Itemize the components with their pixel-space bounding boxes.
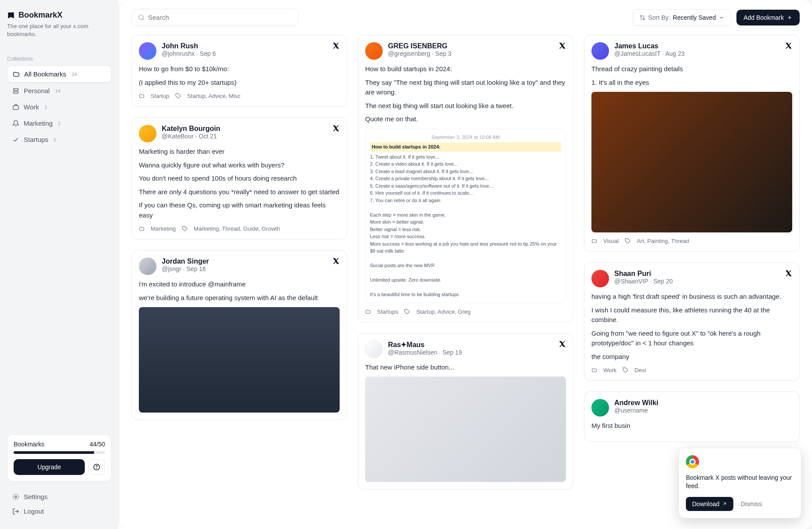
author-name: Katelyn Bourgoin	[162, 125, 327, 133]
rocket-icon	[12, 136, 19, 143]
sidebar-item-settings[interactable]: Settings	[7, 489, 112, 504]
avatar	[139, 125, 156, 142]
upgrade-box: Bookmarks 44/50 Upgrade	[7, 434, 112, 482]
svg-point-5	[15, 496, 17, 498]
folder-icon	[365, 309, 371, 315]
brand-tagline: The one place for all your x.com bookmar…	[7, 22, 112, 38]
sort-button[interactable]: Sort By: Recently Saved	[633, 9, 731, 26]
author-name: Andrew Wilki	[614, 399, 792, 407]
attached-image	[591, 92, 792, 232]
x-logo-icon	[559, 341, 566, 348]
author-meta: @username	[614, 407, 792, 414]
bookmark-card[interactable]: John Rush @johnrushx · Sep 6 How to go f…	[131, 35, 347, 107]
bookmark-card[interactable]: Katelyn Bourgoin @KateBour · Oct 21 Mark…	[131, 117, 347, 239]
author-name: Jordan Singer	[162, 257, 327, 265]
tag-icon	[625, 238, 631, 244]
sidebar-item-personal[interactable]: Personal 14	[7, 83, 112, 99]
sidebar-item-all-bookmarks[interactable]: All Bookmarks 24	[7, 65, 112, 83]
author-meta: @KateBour · Oct 21	[162, 133, 327, 140]
plus-icon	[787, 14, 793, 21]
briefcase-icon	[12, 104, 19, 111]
tag-icon	[175, 93, 181, 99]
x-logo-icon	[333, 257, 340, 264]
topbar: Sort By: Recently Saved Add Bookmark	[119, 0, 812, 35]
brand-name: BookmarkX	[18, 11, 62, 20]
tag-icon	[404, 309, 410, 315]
collections-label: Collections	[7, 56, 112, 62]
dismiss-button[interactable]: Dismiss	[740, 500, 762, 507]
extension-toast: Bookmark X posts without leaving your fe…	[678, 448, 801, 518]
x-logo-icon	[785, 270, 792, 277]
sidebar-item-marketing[interactable]: Marketing 2	[7, 115, 112, 131]
folder-icon	[13, 71, 20, 78]
author-name: Ras✦Maus	[388, 341, 554, 349]
bookmark-card[interactable]: Andrew Wilki @username My first busin	[584, 391, 800, 442]
author-name: John Rush	[162, 42, 327, 50]
chrome-icon	[686, 455, 699, 468]
bookmarks-grid: John Rush @johnrushx · Sep 6 How to go f…	[119, 35, 812, 502]
bookmark-logo-icon	[7, 11, 15, 19]
author-meta: @johnrushx · Sep 6	[162, 50, 327, 57]
sidebar-item-startups[interactable]: Startups 5	[7, 131, 112, 148]
svg-point-6	[139, 15, 143, 19]
bookmark-card[interactable]: James Lucas @JamesLucasIT · Aug 23 Threa…	[584, 35, 800, 252]
help-icon	[93, 464, 100, 471]
folder-icon	[591, 367, 597, 373]
avatar	[365, 42, 383, 60]
external-link-icon	[722, 501, 727, 507]
bookmark-card[interactable]: Shaan Puri @ShaanVIP · Sep 20 having a h…	[584, 262, 800, 381]
author-meta: @jsngr · Sep 16	[162, 265, 327, 272]
attached-image	[365, 377, 566, 482]
gear-icon	[12, 493, 19, 500]
folder-icon	[139, 93, 145, 99]
svg-point-4	[97, 468, 97, 469]
brand: BookmarkX	[7, 11, 112, 20]
author-name: James Lucas	[614, 42, 780, 50]
add-bookmark-button[interactable]: Add Bookmark	[736, 10, 800, 25]
x-logo-icon	[559, 42, 566, 49]
bell-icon	[12, 120, 19, 127]
author-meta: @JamesLucasIT · Aug 23	[614, 50, 780, 57]
x-logo-icon	[785, 42, 792, 49]
stack-icon	[12, 87, 19, 94]
avatar	[365, 341, 383, 358]
sidebar: BookmarkX The one place for all your x.c…	[0, 0, 119, 529]
x-logo-icon	[333, 125, 340, 132]
sidebar-item-work[interactable]: Work 3	[7, 99, 112, 115]
avatar	[139, 42, 156, 60]
upgrade-count: 44/50	[90, 441, 105, 448]
tag-icon	[182, 226, 188, 232]
logout-icon	[12, 508, 19, 515]
folder-icon	[591, 238, 597, 244]
search-box[interactable]	[131, 9, 298, 26]
bookmark-card[interactable]: Jordan Singer @jsngr · Sep 16 i'm excite…	[131, 250, 347, 420]
attached-image	[139, 307, 340, 413]
author-meta: @RasmusNielsen · Sep 19	[388, 349, 554, 356]
sidebar-item-logout[interactable]: Logout	[7, 504, 112, 518]
download-button[interactable]: Download	[686, 497, 733, 511]
author-name: Shaan Puri	[614, 270, 780, 278]
author-name: GREG ISENBERG	[388, 42, 554, 50]
embedded-note: September 3, 2024 at 10:08 AM How to bui…	[365, 129, 566, 303]
svg-rect-2	[13, 106, 18, 110]
author-meta: @ShaanVIP · Sep 20	[614, 278, 780, 285]
toast-message: Bookmark X posts without leaving your fe…	[686, 474, 794, 491]
avatar	[139, 257, 156, 275]
avatar	[591, 42, 609, 60]
avatar	[591, 399, 609, 417]
upgrade-label: Bookmarks	[14, 441, 44, 448]
sort-icon	[639, 14, 645, 21]
avatar	[591, 270, 609, 287]
upgrade-progress	[14, 451, 105, 454]
search-input[interactable]	[148, 14, 292, 21]
x-logo-icon	[333, 42, 340, 49]
help-button[interactable]	[88, 459, 105, 475]
chevron-down-icon	[718, 14, 725, 21]
author-meta: @gregisenberg · Sep 3	[388, 50, 554, 57]
upgrade-button[interactable]: Upgrade	[14, 459, 85, 475]
search-icon	[138, 14, 145, 21]
svg-rect-0	[14, 89, 18, 91]
bookmark-card[interactable]: GREG ISENBERG @gregisenberg · Sep 3 How …	[358, 35, 573, 322]
bookmark-card[interactable]: Ras✦Maus @RasmusNielsen · Sep 19 That ne…	[358, 333, 573, 490]
svg-rect-1	[14, 91, 18, 93]
